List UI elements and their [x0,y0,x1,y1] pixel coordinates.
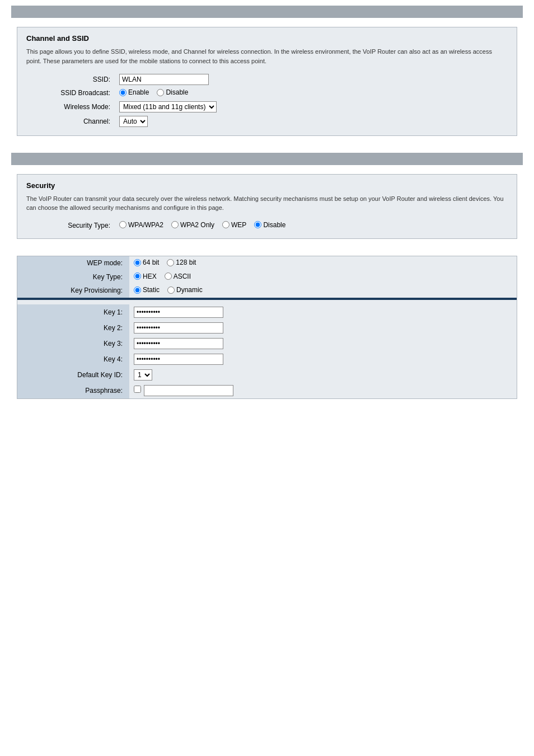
ssid-broadcast-row: SSID Broadcast: Enable Disable [26,87,508,100]
wireless-mode-select[interactable]: Mixed (11b and 11g clients) 11b only 11g… [119,101,217,112]
ssid-broadcast-group: Enable Disable [119,88,188,96]
ssid-broadcast-label: SSID Broadcast: [26,87,116,100]
wep-128bit-radio[interactable] [167,259,174,266]
key-type-ascii-item[interactable]: ASCII [165,273,191,280]
security-card: Security The VoIP Router can transmit yo… [17,174,517,240]
channel-ssid-title: Channel and SSID [26,34,508,43]
key-provisioning-dynamic-item[interactable]: Dynamic [167,286,203,294]
ssid-broadcast-disable-item[interactable]: Disable [157,88,188,96]
key-type-value-cell: HEX ASCII [129,270,517,284]
key-provisioning-static-item[interactable]: Static [134,286,160,294]
key-provisioning-dynamic-radio[interactable] [167,287,175,294]
channel-ssid-desc: This page allows you to define SSID, wir… [26,47,508,65]
ssid-broadcast-enable-radio[interactable] [119,89,127,96]
security-wep-radio[interactable] [222,221,229,228]
security-type-row: Security Type: WPA/WPA2 WPA2 Only [26,219,508,232]
wep-64bit-label: 64 bit [143,259,159,266]
wep-mode-row: WEP mode: 64 bit 128 bit [17,256,517,270]
wep-mode-group: 64 bit 128 bit [134,259,196,266]
default-key-id-value-cell: 1 2 3 4 [129,367,517,383]
default-key-id-row: Default Key ID: 1 2 3 4 [17,367,517,383]
key4-input[interactable] [134,354,223,365]
security-wpa2-only-label: WPA2 Only [180,221,214,229]
channel-value-cell: Auto 1 6 11 [116,114,508,129]
section2-header [11,153,523,165]
security-title: Security [26,181,508,190]
security-type-group: WPA/WPA2 WPA2 Only WEP [119,221,285,229]
ssid-row: SSID: [26,72,508,87]
key4-label: Key 4: [17,351,129,367]
default-key-id-label: Default Key ID: [17,367,129,383]
key2-label: Key 2: [17,320,129,336]
wep-spacer [17,300,517,304]
key2-row: Key 2: [17,320,517,336]
ssid-broadcast-disable-label: Disable [166,88,188,96]
security-desc: The VoIP Router can transmit your data s… [26,194,508,213]
security-wep-label: WEP [231,221,246,229]
key3-row: Key 3: [17,336,517,351]
security-disable-item[interactable]: Disable [254,221,285,229]
wep-table: WEP mode: 64 bit 128 bit [17,256,517,398]
section1-header [11,6,523,18]
wep-section: WEP mode: 64 bit 128 bit [17,256,517,399]
security-wpa-wpa2-item[interactable]: WPA/WPA2 [119,221,163,229]
key4-value-cell [129,351,517,367]
security-wpa-wpa2-label: WPA/WPA2 [128,221,163,229]
key-type-ascii-radio[interactable] [165,273,172,280]
default-key-id-select[interactable]: 1 2 3 4 [134,369,152,381]
key3-input[interactable] [134,338,223,349]
passphrase-value-cell [129,383,517,398]
key-type-hex-item[interactable]: HEX [134,273,157,280]
passphrase-input[interactable] [144,385,233,396]
wep-128bit-item[interactable]: 128 bit [167,259,196,266]
key1-row: Key 1: [17,304,517,320]
key-type-hex-radio[interactable] [134,273,141,280]
key-provisioning-static-radio[interactable] [134,287,141,294]
key3-value-cell [129,336,517,351]
key-type-group: HEX ASCII [134,273,191,280]
channel-ssid-card: Channel and SSID This page allows you to… [17,27,517,136]
channel-select[interactable]: Auto 1 6 11 [119,116,148,127]
key-type-hex-label: HEX [143,273,157,280]
security-wpa2-only-radio[interactable] [171,221,179,228]
key-type-label: Key Type: [17,270,129,284]
key-provisioning-value-cell: Static Dynamic [129,284,517,298]
wep-128bit-label: 128 bit [176,259,196,266]
key4-row: Key 4: [17,351,517,367]
ssid-value-cell [116,72,508,87]
channel-ssid-form: SSID: SSID Broadcast: Enable [26,72,508,129]
key2-value-cell [129,320,517,336]
channel-label: Channel: [26,114,116,129]
wep-mode-value-cell: 64 bit 128 bit [129,256,517,270]
security-form: Security Type: WPA/WPA2 WPA2 Only [26,219,508,232]
ssid-broadcast-enable-item[interactable]: Enable [119,88,149,96]
wireless-mode-row: Wireless Mode: Mixed (11b and 11g client… [26,100,508,114]
passphrase-checkbox[interactable] [134,386,141,393]
security-wpa2-only-item[interactable]: WPA2 Only [171,221,214,229]
key-provisioning-label: Key Provisioning: [17,284,129,298]
security-wep-item[interactable]: WEP [222,221,246,229]
wireless-mode-value-cell: Mixed (11b and 11g clients) 11b only 11g… [116,100,508,114]
wep-64bit-item[interactable]: 64 bit [134,259,159,266]
passphrase-row: Passphrase: [17,383,517,398]
wep-mode-label: WEP mode: [17,256,129,270]
key-provisioning-row: Key Provisioning: Static Dynamic [17,284,517,298]
key3-label: Key 3: [17,336,129,351]
key-provisioning-group: Static Dynamic [134,286,203,294]
ssid-broadcast-value-cell: Enable Disable [116,87,508,100]
security-disable-radio[interactable] [254,221,261,228]
security-type-value-cell: WPA/WPA2 WPA2 Only WEP [116,219,508,232]
ssid-broadcast-enable-label: Enable [128,88,149,96]
ssid-broadcast-disable-radio[interactable] [157,89,164,96]
ssid-label: SSID: [26,72,116,87]
key1-input[interactable] [134,307,223,318]
passphrase-label: Passphrase: [17,383,129,398]
key2-input[interactable] [134,322,223,334]
security-type-label: Security Type: [26,219,116,232]
key-provisioning-dynamic-label: Dynamic [176,286,203,294]
key-type-ascii-label: ASCII [174,273,191,280]
channel-row: Channel: Auto 1 6 11 [26,114,508,129]
security-wpa-wpa2-radio[interactable] [119,221,127,228]
wep-64bit-radio[interactable] [134,259,141,266]
ssid-input[interactable] [119,74,209,85]
